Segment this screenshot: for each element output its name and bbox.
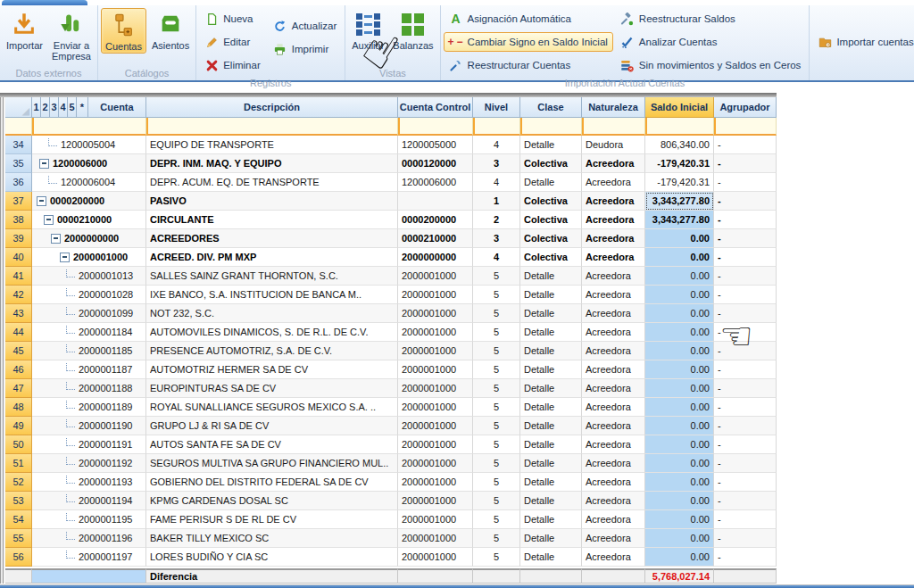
cell-naturaleza[interactable]: Acreedora (582, 529, 645, 548)
cell-naturaleza[interactable]: Acreedora (582, 548, 645, 567)
cell-cuenta-control[interactable]: 2000001000 (398, 360, 473, 379)
cell-cuenta-control[interactable]: 2000001000 (398, 342, 473, 360)
cell-agrupador[interactable]: - (714, 510, 777, 529)
row-number[interactable]: 36 (5, 173, 32, 192)
cell-naturaleza[interactable]: Acreedora (582, 473, 645, 492)
cell-agrupador[interactable]: - (714, 435, 777, 454)
cell-clase[interactable]: Detalle (520, 342, 582, 360)
cell-saldo-inicial[interactable]: 0.00 (645, 529, 714, 548)
cell-saldo-inicial[interactable]: -179,420.31 (645, 154, 714, 173)
cell-descripcion[interactable]: BAKER TILLY MEXICO SC (146, 529, 398, 548)
cell-cuenta-control[interactable]: 1200006000 (398, 173, 473, 192)
cell-nivel[interactable]: 5 (473, 492, 520, 510)
cell-nivel[interactable]: 5 (473, 342, 520, 360)
tree-collapse-icon[interactable] (60, 253, 70, 262)
row-number[interactable]: 48 (5, 398, 32, 417)
cell-agrupador[interactable]: - (714, 211, 777, 229)
cell-nivel[interactable]: 5 (473, 473, 520, 492)
cell-agrupador[interactable]: - (714, 548, 777, 567)
cell-naturaleza[interactable]: Acreedora (582, 435, 645, 454)
column-header-naturaleza[interactable]: Naturaleza (582, 97, 645, 118)
cell-saldo-inicial[interactable]: 806,340.00 (645, 136, 714, 154)
cell-nivel[interactable]: 5 (473, 417, 520, 435)
ribbon-button-imprimir[interactable]: Imprimir (268, 39, 343, 59)
ribbon-button-reestructurar-cuentas[interactable]: Reestructurar Cuentas (444, 55, 613, 75)
ribbon-button-cuentas[interactable]: Cuentas (101, 8, 146, 54)
cell-agrupador[interactable]: - (714, 473, 777, 492)
cell-cuenta[interactable]: 2000001195 (32, 510, 146, 529)
cell-saldo-inicial[interactable]: 0.00 (645, 473, 714, 492)
level-button-5[interactable]: 5 (68, 97, 77, 118)
cell-saldo-inicial[interactable]: 0.00 (645, 342, 714, 360)
filter-cell-cuenta[interactable] (32, 118, 146, 136)
cell-clase[interactable]: Detalle (520, 267, 582, 286)
level-button-all[interactable]: * (77, 97, 88, 118)
cell-cuenta[interactable]: 0000200000 (32, 192, 146, 211)
cell-clase[interactable]: Detalle (520, 510, 582, 529)
cell-agrupador[interactable]: - (714, 248, 777, 267)
cell-nivel[interactable]: 3 (473, 229, 520, 248)
cell-clase[interactable]: Detalle (520, 454, 582, 473)
cell-cuenta[interactable]: 2000001196 (32, 529, 146, 548)
cell-agrupador[interactable]: - (714, 173, 777, 192)
filter-cell-saldo-inicial[interactable] (645, 118, 714, 136)
filter-cell-cuenta-control[interactable] (398, 118, 473, 136)
column-header-agrupador[interactable]: Agrupador (714, 97, 777, 118)
cell-descripcion[interactable]: AUTOS SANTA FE SA DE CV (146, 435, 398, 454)
cell-naturaleza[interactable]: Acreedora (582, 398, 645, 417)
cell-cuenta-control[interactable]: 1200005000 (398, 136, 473, 154)
cell-clase[interactable]: Colectiva (520, 192, 582, 211)
filter-cell-agrupador[interactable] (714, 118, 777, 136)
tree-collapse-icon[interactable] (39, 159, 49, 169)
cell-agrupador[interactable]: - (714, 360, 777, 379)
ribbon-button-cambiar-signo-en-saldo-inicial[interactable]: + −Cambiar Signo en Saldo Inicial (444, 32, 613, 52)
cell-descripcion[interactable]: ACREED. DIV. PM MXP (146, 248, 398, 267)
cell-naturaleza[interactable]: Acreedora (582, 492, 645, 510)
column-header-saldo-inicial[interactable]: Saldo Inicial (645, 97, 714, 118)
tree-collapse-icon[interactable] (51, 234, 61, 244)
cell-nivel[interactable]: 4 (473, 136, 520, 154)
cell-clase[interactable]: Colectiva (520, 154, 582, 173)
ribbon-button-reestructurar-saldos[interactable]: Reestructurar Saldos (615, 9, 807, 29)
cell-naturaleza[interactable]: Acreedora (582, 173, 645, 192)
cell-descripcion[interactable]: AUTOMOTRIZ HERMER SA DE CV (146, 360, 398, 379)
cell-clase[interactable]: Detalle (520, 379, 582, 398)
cell-descripcion[interactable]: SALLES SAINZ GRANT THORNTON, S.C. (146, 267, 398, 286)
cell-clase[interactable]: Detalle (520, 323, 582, 342)
cell-cuenta[interactable]: 2000001194 (32, 492, 146, 510)
cell-saldo-inicial[interactable]: 0.00 (645, 548, 714, 567)
cell-cuenta-control[interactable]: 2000001000 (398, 492, 473, 510)
cell-agrupador[interactable]: - (714, 267, 777, 286)
cell-clase[interactable]: Colectiva (520, 248, 582, 267)
row-number[interactable]: 56 (5, 548, 32, 567)
row-number[interactable]: 40 (5, 248, 32, 267)
cell-naturaleza[interactable]: Acreedora (582, 229, 645, 248)
cell-descripcion[interactable]: EQUIPO DE TRANSPORTE (146, 136, 398, 154)
cell-saldo-inicial[interactable]: 0.00 (645, 286, 714, 304)
cell-cuenta-control[interactable]: 2000001000 (398, 473, 473, 492)
cell-naturaleza[interactable]: Acreedora (582, 304, 645, 323)
row-number[interactable]: 34 (5, 136, 32, 154)
filter-cell-descripcion[interactable] (146, 118, 398, 136)
cell-saldo-inicial[interactable]: 0.00 (645, 248, 714, 267)
cell-saldo-inicial[interactable]: 0.00 (645, 398, 714, 417)
ribbon-button-importar[interactable]: Importar (3, 8, 46, 52)
cell-cuenta-control[interactable]: 2000001000 (398, 286, 473, 304)
cell-clase[interactable]: Detalle (520, 473, 582, 492)
cell-saldo-inicial[interactable]: 3,343,277.80 (645, 211, 714, 229)
cell-naturaleza[interactable]: Deudora (582, 136, 645, 154)
cell-cuenta[interactable]: 2000001197 (32, 548, 146, 567)
cell-naturaleza[interactable]: Acreedora (582, 417, 645, 435)
cell-nivel[interactable]: 5 (473, 304, 520, 323)
cell-descripcion[interactable]: LORES BUDIÑO Y CIA SC (146, 548, 398, 567)
ribbon-button-asignacion-automatica[interactable]: AAsignación Automática (444, 9, 613, 29)
cell-clase[interactable]: Detalle (520, 360, 582, 379)
cell-cuenta[interactable]: 2000001184 (32, 323, 146, 342)
cell-cuenta-control[interactable]: 2000001000 (398, 417, 473, 435)
column-header-descripcion[interactable]: Descripción (146, 97, 398, 118)
row-number[interactable]: 43 (5, 304, 32, 323)
cell-cuenta[interactable]: 2000001193 (32, 473, 146, 492)
cell-saldo-inicial[interactable]: 0.00 (645, 267, 714, 286)
row-number[interactable]: 54 (5, 510, 32, 529)
cell-cuenta-control[interactable]: 2000001000 (398, 529, 473, 548)
